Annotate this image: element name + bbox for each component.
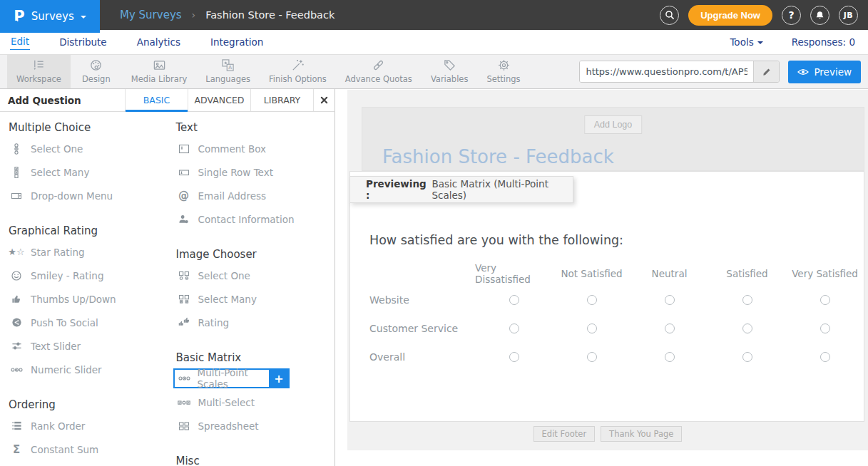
item-single-row-text[interactable]: Single Row Text bbox=[168, 160, 335, 184]
question-type-panel: Multiple Choice Select One Select Many D… bbox=[0, 112, 335, 466]
matrix-radio[interactable] bbox=[820, 295, 830, 305]
item-star-rating[interactable]: ★☆ Star Rating bbox=[0, 240, 168, 264]
canvas-footer: Edit Footer Thank You Page bbox=[347, 426, 868, 442]
edit-footer-button[interactable]: Edit Footer bbox=[533, 426, 596, 442]
survey-url-input[interactable] bbox=[580, 61, 753, 82]
breadcrumb-survey-name: Fashion Store - Feedback bbox=[205, 9, 335, 21]
tab-basic[interactable]: BASIC bbox=[125, 89, 188, 111]
toolbar-media-library[interactable]: Media Library bbox=[122, 55, 196, 88]
matrix-radio[interactable] bbox=[509, 295, 519, 305]
image-select-one-icon bbox=[176, 271, 192, 281]
add-question-button[interactable]: + bbox=[269, 368, 290, 388]
search-icon bbox=[665, 10, 675, 20]
question-column-1: Multiple Choice Select One Select Many D… bbox=[0, 112, 168, 466]
matrix-col-header: Neutral bbox=[630, 262, 708, 286]
item-multi-select[interactable]: Multi-Select bbox=[168, 390, 335, 414]
tab-library[interactable]: LIBRARY bbox=[250, 89, 313, 111]
item-drop-down-menu[interactable]: Drop-down Menu bbox=[0, 184, 168, 207]
matrix-radio[interactable] bbox=[742, 352, 752, 362]
responses-count[interactable]: Responses: 0 bbox=[792, 36, 855, 48]
toolbar-design[interactable]: Design bbox=[71, 55, 122, 88]
contact-icon bbox=[176, 214, 192, 224]
item-image-select-one[interactable]: Select One bbox=[168, 264, 335, 287]
at-icon: @ bbox=[176, 190, 192, 202]
edit-url-button[interactable] bbox=[753, 61, 779, 82]
notifications-button[interactable] bbox=[810, 6, 829, 25]
questionpro-logo-icon: P bbox=[14, 9, 24, 24]
toolbar-languages[interactable]: A Languages bbox=[196, 55, 260, 88]
thank-you-page-button[interactable]: Thank You Page bbox=[601, 426, 682, 442]
star-rating-icon: ★☆ bbox=[9, 247, 24, 257]
numeric-slider-icon bbox=[9, 365, 24, 375]
thumb-up-icon bbox=[9, 294, 24, 304]
matrix-radio[interactable] bbox=[665, 323, 675, 333]
item-select-many[interactable]: Select Many bbox=[0, 160, 168, 184]
toolbar-label: Finish Options bbox=[269, 74, 327, 84]
item-image-select-many[interactable]: Select Many bbox=[168, 287, 335, 311]
matrix-radio[interactable] bbox=[587, 295, 597, 305]
user-avatar[interactable]: JB bbox=[839, 6, 858, 25]
matrix-cell bbox=[708, 314, 786, 343]
toolbar-advance-quotas[interactable]: Advance Quotas bbox=[336, 55, 422, 88]
item-numeric-slider[interactable]: Numeric Slider bbox=[0, 358, 168, 381]
item-push-to-social[interactable]: Push To Social bbox=[0, 311, 168, 334]
multi-point-icon bbox=[177, 373, 193, 383]
matrix-radio[interactable] bbox=[665, 295, 675, 305]
matrix-radio[interactable] bbox=[665, 352, 675, 362]
item-multi-point-scales[interactable]: Multi-Point Scales + bbox=[173, 367, 290, 390]
matrix-radio[interactable] bbox=[820, 323, 830, 333]
item-clipped[interactable] bbox=[0, 461, 168, 466]
toolbar-workspace[interactable]: Workspace bbox=[7, 55, 71, 88]
help-icon: ? bbox=[788, 9, 794, 21]
tab-distribute[interactable]: Distribute bbox=[58, 35, 108, 50]
matrix-radio[interactable] bbox=[587, 323, 597, 333]
matrix-radio[interactable] bbox=[587, 352, 597, 362]
item-label: Select Many bbox=[31, 167, 89, 178]
section-basic-matrix: Basic Matrix Multi-Point Scales + Multi-… bbox=[168, 351, 335, 437]
toolbar-settings[interactable]: Settings bbox=[477, 55, 529, 88]
pencil-icon bbox=[762, 67, 772, 77]
product-menu[interactable]: P Surveys bbox=[0, 0, 100, 33]
item-thumbs-up-down[interactable]: Thumbs Up/Down bbox=[0, 287, 168, 311]
item-select-one[interactable]: Select One bbox=[0, 137, 168, 160]
survey-nav: Edit Distribute Analytics Integration To… bbox=[0, 30, 868, 55]
tab-integration[interactable]: Integration bbox=[210, 35, 264, 50]
subnav-right: Tools Responses: 0 bbox=[730, 36, 855, 48]
item-label: Select Many bbox=[198, 294, 257, 305]
item-constant-sum[interactable]: Σ Constant Sum bbox=[0, 437, 168, 461]
breadcrumb-my-surveys[interactable]: My Surveys bbox=[120, 9, 182, 21]
selected-question-type[interactable]: Multi-Point Scales bbox=[173, 368, 269, 388]
item-text-slider[interactable]: Text Slider bbox=[0, 334, 168, 358]
item-contact-information[interactable]: Contact Information bbox=[168, 207, 335, 231]
help-button[interactable]: ? bbox=[782, 6, 801, 25]
question-text[interactable]: How satisfied are you with the following… bbox=[369, 233, 623, 247]
search-button[interactable] bbox=[660, 6, 679, 25]
survey-preview-area: Add Logo Fashion Store - Feedback Previe… bbox=[336, 89, 868, 466]
toolbar-variables[interactable]: Variables bbox=[422, 55, 478, 88]
item-smiley-rating[interactable]: Smiley - Rating bbox=[0, 264, 168, 287]
matrix-radio[interactable] bbox=[742, 323, 752, 333]
tab-edit[interactable]: Edit bbox=[10, 34, 30, 50]
toolbar-finish-options[interactable]: Finish Options bbox=[260, 55, 336, 88]
item-rank-order[interactable]: Rank Order bbox=[0, 414, 168, 437]
item-label: Smiley - Rating bbox=[31, 270, 104, 281]
tab-analytics[interactable]: Analytics bbox=[136, 35, 181, 50]
item-email-address[interactable]: @ Email Address bbox=[168, 184, 335, 207]
add-logo-button[interactable]: Add Logo bbox=[584, 115, 643, 134]
tools-menu[interactable]: Tools bbox=[730, 36, 762, 48]
item-label: Rating bbox=[198, 317, 230, 328]
image-select-many-icon bbox=[176, 294, 192, 304]
matrix-radio[interactable] bbox=[820, 352, 830, 362]
matrix-radio[interactable] bbox=[742, 295, 752, 305]
item-spreadsheet[interactable]: Spreadsheet bbox=[168, 414, 335, 437]
tab-advanced[interactable]: ADVANCED bbox=[188, 89, 250, 111]
upgrade-now-button[interactable]: Upgrade Now bbox=[688, 5, 772, 26]
matrix-radio[interactable] bbox=[509, 323, 519, 333]
item-comment-box[interactable]: Comment Box bbox=[168, 137, 335, 160]
close-panel-button[interactable] bbox=[313, 89, 335, 111]
question-column-2: Text Comment Box Single Row Text @ Email… bbox=[168, 112, 335, 466]
preview-button[interactable]: Preview bbox=[788, 61, 861, 83]
matrix-radio[interactable] bbox=[509, 352, 519, 362]
item-image-rating[interactable]: Rating bbox=[168, 311, 335, 334]
survey-title[interactable]: Fashion Store - Feedback bbox=[382, 146, 614, 167]
